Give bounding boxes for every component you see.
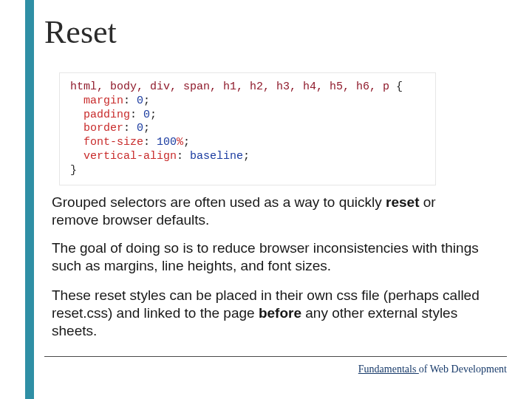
code-block: html, body, div, span, h1, h2, h3, h4, h… <box>59 72 436 185</box>
code-val: 100 <box>157 136 177 149</box>
footer-text: Fundamentals of Web Development <box>358 364 507 375</box>
text: Grouped selectors are often used as a wa… <box>52 194 386 210</box>
code-selectors: html, body, div, span, h1, h2, h3, h4, h… <box>70 81 389 93</box>
code-val: 0 <box>137 95 143 107</box>
paragraph-1: Grouped selectors are often used as a wa… <box>52 194 480 229</box>
code-val: 0 <box>137 122 143 134</box>
code-prop: font-size <box>83 136 143 149</box>
slide-title: Reset <box>44 13 117 51</box>
code-prop: padding <box>83 109 130 121</box>
slide: Reset html, body, div, span, h1, h2, h3,… <box>0 0 532 399</box>
code-val: baseline <box>190 150 243 163</box>
footer-rest: of Web Development <box>419 364 507 375</box>
code-prop: vertical-align <box>83 150 177 163</box>
code-val: 0 <box>143 109 150 121</box>
footer-divider <box>44 356 507 357</box>
code-close-brace: } <box>70 164 77 177</box>
footer-underlined: Fundamentals <box>358 364 419 375</box>
code-unit: % <box>177 136 183 149</box>
text-bold: before <box>259 305 301 321</box>
paragraph-3: These reset styles can be placed in thei… <box>52 287 480 339</box>
text-bold: reset <box>386 194 419 210</box>
paragraph-2: The goal of doing so is to reduce browse… <box>52 239 480 275</box>
code-open-brace: { <box>389 81 403 93</box>
code-prop: border <box>83 122 123 134</box>
code-prop: margin <box>83 95 123 107</box>
accent-stripe <box>25 0 34 399</box>
